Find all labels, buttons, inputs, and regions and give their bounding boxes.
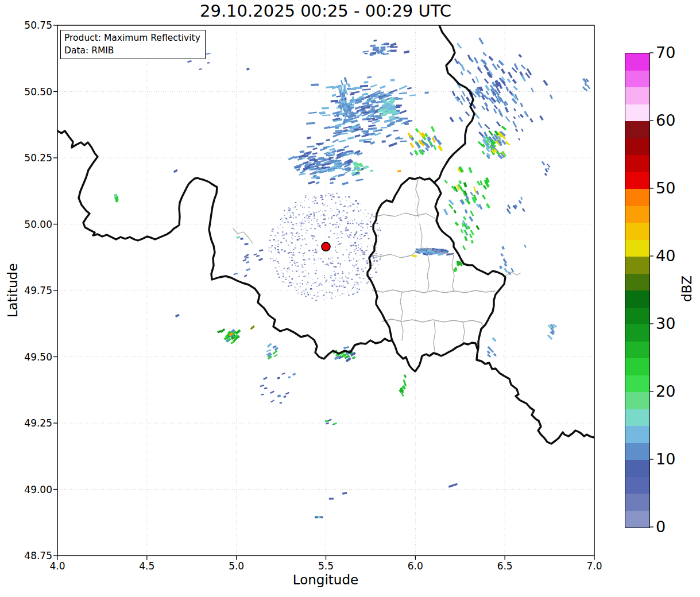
colorbar-tick-label: 0 [656,518,666,536]
x-tick-label: 5.5 [309,560,343,572]
colorbar-segment [625,71,649,88]
colorbar-segment [625,223,649,240]
colorbar-segment [625,155,649,172]
colorbar-segment [625,375,649,393]
y-tick-label: 50.50 [18,86,52,98]
colorbar-segment [625,511,649,528]
colorbar-segment [625,104,649,122]
y-tick-label: 49.50 [18,351,52,363]
colorbar-segment [625,426,649,443]
colorbar-segment [625,358,649,375]
colorbar-segment [625,324,649,342]
colorbar-segment [625,87,649,104]
y-tick-label: 49.75 [18,285,52,296]
x-tick-label: 7.0 [577,560,612,572]
colorbar-tick-label: 20 [656,383,675,400]
product-info-box: Product: Maximum Reflectivity Data: RMIB [60,30,206,59]
colorbar-segment [625,206,649,223]
colorbar-tick-label: 10 [656,451,675,468]
colorbar-tick-label: 60 [656,112,675,129]
x-tick-label: 4.5 [130,560,164,572]
radar-site-marker [322,242,330,251]
colorbar-segment [625,342,649,359]
colorbar [625,53,650,528]
radar-echoes [114,37,590,518]
x-tick-label: 6.5 [488,560,522,572]
x-tick-label: 6.0 [398,560,432,572]
product-info-line: Product: Maximum Reflectivity [64,32,200,44]
colorbar-tick-label: 40 [656,247,675,265]
colorbar-segment [625,172,649,189]
colorbar-segment [625,443,649,460]
y-tick-label: 50.75 [18,20,52,31]
y-tick-label: 50.25 [18,152,52,164]
x-tick-label: 4.0 [40,560,75,572]
colorbar-segment [625,257,649,274]
colorbar-segment [625,308,649,325]
colorbar-segment [625,121,649,138]
colorbar-tick-label: 30 [656,315,675,332]
colorbar-tick-label: 70 [656,44,675,61]
x-tick-label: 5.0 [219,560,254,572]
colorbar-segment [625,189,649,206]
data-source-line: Data: RMIB [64,44,200,57]
y-tick-label: 50.00 [18,219,52,230]
colorbar-segment [625,240,649,257]
y-tick-label: 49.25 [18,417,52,429]
colorbar-segment [625,53,649,71]
colorbar-segment [625,409,649,427]
y-axis-label: Latitude [5,263,20,318]
colorbar-segment [625,494,649,511]
colorbar-segment [625,392,649,409]
colorbar-label: dBZ [679,276,694,302]
radar-figure: 29.10.2025 00:25 - 00:29 UTC Product: Ma… [0,0,700,597]
colorbar-segment [625,460,649,477]
colorbar-segment [625,477,649,494]
colorbar-tick-label: 50 [656,180,675,197]
map-plot-area [0,0,700,597]
colorbar-segment [625,290,649,308]
grid-lines [57,25,594,556]
colorbar-segment [625,274,649,291]
colorbar-segment [625,138,649,156]
x-axis-label: Longitude [293,572,358,587]
y-tick-label: 49.00 [18,484,52,495]
y-tick-label: 48.75 [18,550,52,561]
